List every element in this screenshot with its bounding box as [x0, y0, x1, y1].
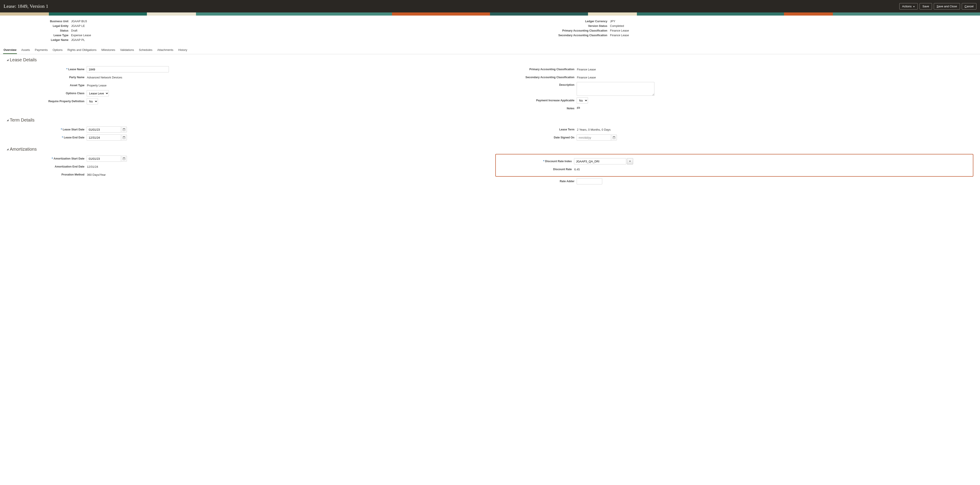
secondary-acc-value: Finance Lease: [610, 33, 629, 37]
description-textarea[interactable]: [577, 82, 654, 96]
tab-payments[interactable]: Payments: [35, 46, 48, 54]
amort-start-input[interactable]: [87, 156, 121, 162]
proration-label: Proration Method: [7, 173, 87, 176]
tab-options[interactable]: Options: [52, 46, 63, 54]
discount-index-label: Discount Rate Index: [497, 160, 574, 163]
asset-type-label: Asset Type: [7, 84, 87, 87]
calendar-icon[interactable]: [611, 135, 617, 140]
save-button[interactable]: Save: [920, 3, 932, 10]
tab-validations[interactable]: Validations: [119, 46, 134, 54]
lease-end-input[interactable]: [87, 134, 121, 141]
options-class-select[interactable]: Lease Level: [87, 90, 109, 96]
lease-term-value: 2 Years, 0 Months, 0 Days: [577, 128, 611, 131]
require-prop-select[interactable]: No: [87, 98, 98, 105]
primary-acc-label: Primary Accounting Classification: [495, 29, 610, 32]
actions-label: Actions: [902, 5, 912, 8]
summary-right: Ledger CurrencyJPY Version StatusComplet…: [495, 18, 975, 43]
payment-increase-label: Payment Increase Applicable: [497, 99, 577, 102]
notes-icon[interactable]: [577, 107, 580, 110]
page-title: Lease: 1849, Version 1: [3, 3, 48, 9]
tab-schedules[interactable]: Schedules: [138, 46, 153, 54]
secondary-acc-label: Secondary Accounting Classification: [495, 34, 610, 37]
save-close-label: Save and Close: [937, 5, 957, 8]
options-class-label: Options Class: [7, 92, 87, 95]
date-signed-input[interactable]: [577, 134, 611, 141]
lease-start-input[interactable]: [87, 126, 121, 133]
decorative-strip: [0, 13, 980, 16]
collapse-icon: ◢: [7, 148, 8, 151]
section-term-details: ◢ Term Details Lease Start Date Lease En…: [0, 114, 980, 143]
chevron-down-icon: [913, 5, 915, 8]
lease-name-input[interactable]: [87, 66, 169, 72]
lease-end-label: Lease End Date: [7, 136, 87, 139]
ledger-name-value: JGAAP PL: [71, 38, 85, 41]
discount-rate-value: 6.45: [574, 168, 580, 171]
legal-entity-value: JGAAP LE: [71, 24, 85, 27]
calendar-icon[interactable]: [121, 156, 127, 162]
amortizations-title: Amortizations: [10, 146, 37, 152]
lease-type-value: Expense Lease: [71, 33, 91, 37]
summary-left: Business UnitJGAAP BU3 Legal EntityJGAAP…: [5, 18, 485, 43]
actions-button[interactable]: Actions: [899, 3, 918, 10]
business-unit-label: Business Unit: [5, 20, 71, 23]
tab-attachments[interactable]: Attachments: [157, 46, 174, 54]
require-prop-label: Require Property Definition: [7, 100, 87, 103]
discount-rate-label: Discount Rate: [497, 168, 574, 171]
status-label: Status: [5, 29, 71, 32]
header-bar: Lease: 1849, Version 1 Actions Save Save…: [0, 0, 980, 13]
primary-class-value: Finance Lease: [577, 68, 596, 71]
lease-term-label: Lease Term: [497, 128, 577, 131]
discount-index-input[interactable]: [574, 158, 626, 164]
lease-name-label: Lease Name: [7, 68, 87, 71]
tab-bar: Overview Assets Payments Options Rights …: [0, 46, 980, 54]
ledger-currency-value: JPY: [610, 19, 615, 23]
discount-index-dropdown-icon[interactable]: [627, 158, 633, 164]
tab-milestones[interactable]: Milestones: [101, 46, 116, 54]
collapse-icon: ◢: [7, 59, 8, 61]
amort-start-label: Amortization Start Date: [7, 157, 87, 160]
lease-details-header[interactable]: ◢ Lease Details: [7, 57, 973, 62]
proration-value: 360 Days/Year: [87, 173, 106, 177]
calendar-icon[interactable]: [121, 127, 127, 132]
business-unit-value: JGAAP BU3: [71, 19, 87, 23]
date-signed-label: Date Signed On: [497, 136, 577, 139]
header-buttons: Actions Save Save and Close Cancel: [899, 3, 977, 10]
save-label: Save: [923, 5, 929, 8]
amort-end-value: 12/31/24: [87, 165, 98, 169]
asset-type-value: Property Lease: [87, 84, 107, 87]
ledger-name-label: Ledger Name: [5, 38, 71, 41]
lease-start-label: Lease Start Date: [7, 128, 87, 131]
party-name-value: Advanced Network Devices: [87, 76, 122, 79]
discount-highlight: Discount Rate Index Discount Rate 6.45: [495, 154, 973, 177]
rate-adder-input[interactable]: [577, 178, 602, 184]
lease-type-label: Lease Type: [5, 34, 71, 37]
summary-block: Business UnitJGAAP BU3 Legal EntityJGAAP…: [0, 16, 980, 44]
amort-end-label: Amortization End Date: [7, 165, 87, 168]
primary-acc-value: Finance Lease: [610, 29, 629, 32]
section-lease-details: ◢ Lease Details Lease Name Party Name Ad…: [0, 54, 980, 114]
secondary-class-label: Secondary Accounting Classification: [497, 76, 577, 79]
version-status-value: Completed: [610, 24, 624, 27]
term-details-title: Term Details: [10, 118, 35, 122]
save-and-close-button[interactable]: Save and Close: [934, 3, 960, 10]
tab-assets[interactable]: Assets: [21, 46, 30, 54]
collapse-icon: ◢: [7, 119, 8, 121]
secondary-class-value: Finance Lease: [577, 76, 596, 79]
calendar-icon[interactable]: [121, 135, 127, 140]
section-amortizations: ◢ Amortizations Amortization Start Date …: [0, 143, 980, 187]
version-status-label: Version Status: [495, 24, 610, 27]
party-name-label: Party Name: [7, 76, 87, 79]
rate-adder-label: Rate Adder: [497, 180, 577, 183]
cancel-button[interactable]: Cancel: [962, 3, 977, 10]
payment-increase-select[interactable]: No: [577, 97, 588, 103]
description-label: Description: [497, 82, 577, 86]
legal-entity-label: Legal Entity: [5, 24, 71, 27]
cancel-label: Cancel: [965, 5, 974, 8]
tab-history[interactable]: History: [178, 46, 188, 54]
amortizations-header[interactable]: ◢ Amortizations: [7, 146, 973, 152]
term-details-header[interactable]: ◢ Term Details: [7, 118, 973, 122]
tab-overview[interactable]: Overview: [3, 46, 17, 54]
status-value: Draft: [71, 29, 77, 32]
primary-class-label: Primary Accounting Classification: [497, 68, 577, 71]
tab-rights[interactable]: Rights and Obligations: [67, 46, 97, 54]
